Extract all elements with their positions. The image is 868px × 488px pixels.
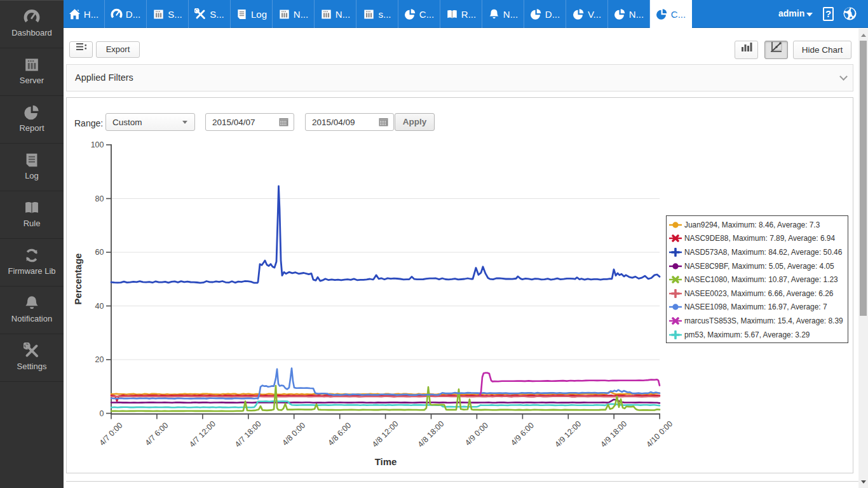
svg-text:4/7 0:00: 4/7 0:00 [98,421,125,447]
svg-text:4/8 18:00: 4/8 18:00 [416,419,446,449]
svg-text:4/8 12:00: 4/8 12:00 [370,419,400,449]
svg-text:4/8 6:00: 4/8 6:00 [326,421,353,447]
svg-text:60: 60 [95,248,104,257]
svg-text:Time: Time [375,456,397,467]
svg-text:20: 20 [95,355,104,364]
svg-text:80: 80 [95,194,104,203]
svg-text:4/9 12:00: 4/9 12:00 [553,419,583,449]
svg-text:100: 100 [91,140,104,149]
svg-text:0: 0 [100,409,104,418]
svg-text:40: 40 [95,302,104,311]
svg-text:Percentage: Percentage [72,254,83,305]
svg-text:4/9 0:00: 4/9 0:00 [463,421,490,447]
svg-text:4/7 12:00: 4/7 12:00 [187,419,217,449]
svg-text:4/10 0:00: 4/10 0:00 [644,419,674,449]
svg-text:4/8 0:00: 4/8 0:00 [280,421,307,447]
svg-text:4/7 18:00: 4/7 18:00 [233,419,263,449]
svg-text:4/9 6:00: 4/9 6:00 [509,421,536,447]
svg-text:4/9 18:00: 4/9 18:00 [599,419,628,449]
svg-text:4/7 6:00: 4/7 6:00 [144,421,170,447]
